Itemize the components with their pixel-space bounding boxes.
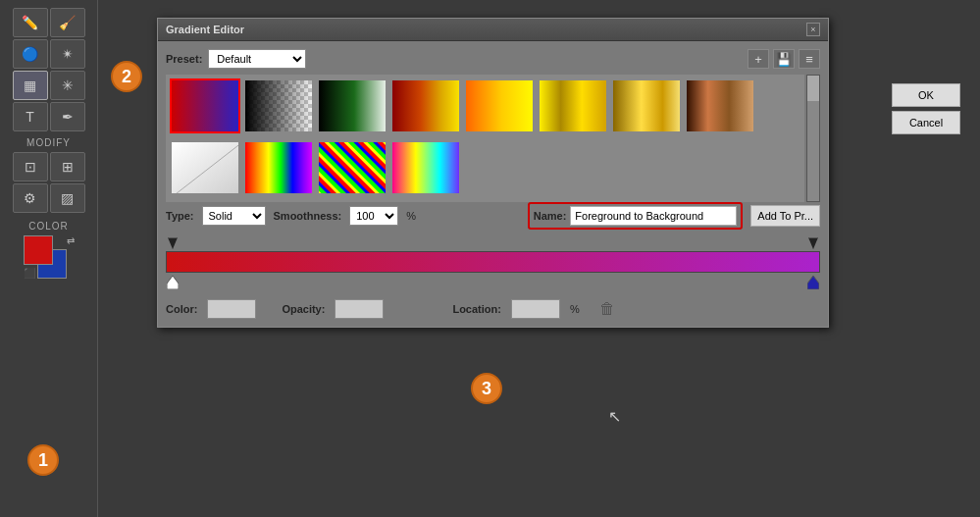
gradient-tool[interactable]: ▦	[13, 71, 48, 100]
add-to-preset-button[interactable]: Add To Pr...	[750, 205, 820, 227]
svg-rect-11	[613, 80, 682, 133]
smoothness-percent: %	[406, 210, 416, 222]
ok-button[interactable]: OK	[892, 83, 960, 107]
badge-2: 2	[111, 61, 142, 92]
name-label: Name:	[534, 210, 567, 222]
badge-1: 1	[27, 444, 59, 476]
svg-rect-13	[172, 142, 240, 195]
type-label: Type:	[166, 210, 194, 222]
cancel-button[interactable]: Cancel	[892, 111, 960, 134]
thumb-10[interactable]	[317, 140, 387, 195]
brush-tool[interactable]: ✏️	[13, 8, 48, 37]
svg-marker-23	[807, 276, 819, 289]
svg-rect-12	[687, 80, 755, 133]
left-toolbar: ✏️ 🧹 🔵 ✴ ▦ ✳ T ✒ MODIFY ⊡ ⊞ ⚙ ▨ COLOR ⇄ …	[0, 0, 98, 517]
thumb-7[interactable]	[685, 78, 755, 133]
foreground-color-swatch[interactable]	[24, 235, 53, 265]
svg-rect-15	[245, 142, 314, 195]
dialog-body: Preset: Default + 💾 ≡	[158, 41, 828, 327]
thumb-8[interactable]	[170, 140, 240, 195]
location-label: Location:	[452, 303, 501, 315]
svg-rect-0	[172, 80, 240, 133]
text-tool[interactable]: T	[13, 102, 48, 131]
save-preset-icon[interactable]: 💾	[773, 49, 795, 69]
swap-colors-icon[interactable]: ⇄	[67, 235, 75, 246]
opacity-swatch[interactable]	[335, 299, 384, 319]
thumbnails-scrollbar[interactable]	[806, 75, 820, 202]
default-colors-icon[interactable]: ⬛	[24, 268, 35, 279]
svg-marker-22	[167, 276, 179, 289]
color-label: COLOR	[28, 221, 69, 232]
svg-rect-8	[392, 80, 461, 133]
opacity-stop-right[interactable]	[808, 237, 818, 249]
thumb-4[interactable]	[464, 78, 535, 133]
location-percent: %	[570, 303, 580, 315]
svg-rect-6	[245, 80, 314, 133]
eraser-tool[interactable]: 🧹	[50, 8, 85, 37]
svg-rect-7	[319, 80, 387, 133]
delete-stop-icon[interactable]: 🗑	[599, 300, 615, 318]
gradient-editor-dialog: Gradient Editor × Preset: Default + 💾 ≡	[157, 18, 829, 328]
right-panel: OK Cancel	[892, 83, 960, 134]
svg-rect-20	[319, 142, 387, 195]
add-preset-icon[interactable]: +	[748, 49, 769, 69]
thumbnails-grid	[166, 75, 804, 202]
pen-tool[interactable]: ✒	[50, 102, 85, 131]
close-button[interactable]: ×	[806, 23, 820, 36]
svg-rect-10	[540, 80, 608, 133]
preset-row: Preset: Default + 💾 ≡	[166, 49, 820, 69]
thumb-9[interactable]	[243, 140, 314, 195]
color-opacity-location-row: Color: Opacity: Location: % 🗑	[166, 299, 820, 319]
color-row-label: Color:	[166, 303, 197, 315]
cursor-indicator: ↖	[608, 407, 621, 426]
badge-3: 3	[471, 373, 502, 404]
thumb-0[interactable]	[170, 78, 240, 133]
dialog-title: Gradient Editor	[166, 24, 244, 35]
color-swatch-select[interactable]	[207, 299, 256, 319]
controls-row: Type: Solid Noise Smoothness: 100 % Name…	[166, 202, 820, 230]
preset-select[interactable]: Default	[208, 49, 306, 69]
name-box: Name:	[528, 202, 744, 230]
color-stop-left[interactable]	[167, 276, 179, 291]
thumb-2[interactable]	[317, 78, 387, 133]
color-stop-right[interactable]	[807, 276, 819, 291]
thumb-6[interactable]	[611, 78, 682, 133]
opacity-label: Opacity:	[282, 303, 325, 315]
sharpen-tool[interactable]: ▨	[50, 183, 85, 213]
adjust-tool[interactable]: ⚙	[13, 183, 48, 213]
preset-icons: + 💾 ≡	[748, 49, 820, 69]
thumb-1[interactable]	[243, 78, 314, 133]
gradient-bar-area	[166, 237, 820, 291]
heal-tool[interactable]: ✴	[50, 39, 85, 69]
preset-label: Preset:	[166, 53, 202, 65]
color-swatches: ⇄ ⬛	[24, 235, 75, 279]
thumb-3[interactable]	[390, 78, 461, 133]
type-select[interactable]: Solid Noise	[202, 206, 266, 226]
gradient-bar[interactable]	[166, 251, 820, 273]
svg-rect-9	[466, 80, 535, 133]
opacity-stop-left[interactable]	[168, 237, 178, 249]
modify-label: MODIFY	[26, 137, 71, 148]
transform-tool[interactable]: ⊞	[50, 152, 85, 181]
magic-wand[interactable]: ✳	[50, 71, 85, 100]
location-input[interactable]	[511, 299, 560, 319]
name-input[interactable]	[570, 206, 737, 226]
menu-preset-icon[interactable]: ≡	[799, 49, 820, 69]
smoothness-select[interactable]: 100	[349, 206, 398, 226]
dialog-titlebar: Gradient Editor ×	[158, 19, 828, 41]
thumb-11[interactable]	[390, 140, 461, 195]
smoothness-label: Smoothness:	[274, 210, 342, 222]
thumb-5[interactable]	[538, 78, 608, 133]
crop-tool[interactable]: ⊡	[13, 152, 48, 181]
stamp-tool[interactable]: 🔵	[13, 39, 48, 69]
thumbnails-wrapper	[166, 75, 820, 202]
svg-rect-21	[392, 142, 461, 195]
